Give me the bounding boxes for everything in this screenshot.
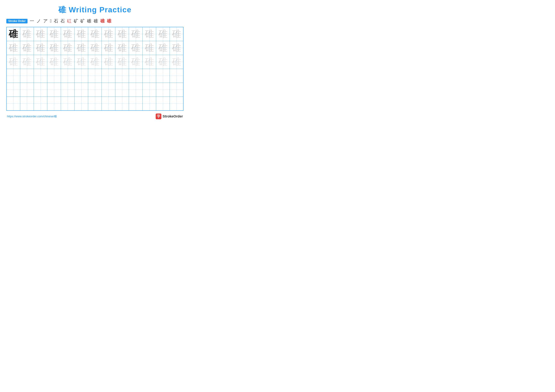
stroke-8: 矿 <box>74 18 78 24</box>
cell-6-10[interactable] <box>129 97 143 111</box>
cell-2-2: 碓 <box>20 41 34 55</box>
cell-4-2[interactable] <box>20 69 34 83</box>
cell-5-11[interactable] <box>143 83 156 97</box>
cell-5-3[interactable] <box>34 83 47 97</box>
footer-url[interactable]: https://www.strokeorder.com/chinese/碓 <box>7 114 57 118</box>
cell-1-10: 碓 <box>129 27 143 41</box>
cell-1-7: 碓 <box>88 27 102 41</box>
cell-2-9: 碓 <box>115 41 129 55</box>
cell-5-4[interactable] <box>47 83 61 97</box>
cell-6-4[interactable] <box>47 97 61 111</box>
stroke-10: 碓 <box>87 18 91 24</box>
cell-3-1: 碓 <box>7 55 20 69</box>
cell-5-6[interactable] <box>74 83 88 97</box>
cell-2-8: 碓 <box>102 41 115 55</box>
grid-row-1: 碓 碓 碓 碓 碓 碓 碓 碓 碓 碓 碓 碓 碓 <box>7 27 183 41</box>
grid-row-2: 碓 碓 碓 碓 碓 碓 碓 碓 碓 碓 碓 碓 碓 <box>7 41 183 55</box>
cell-5-5[interactable] <box>61 83 74 97</box>
cell-3-8: 碓 <box>102 55 115 69</box>
footer-brand: 字 StrokeOrder <box>156 114 183 119</box>
cell-3-2: 碓 <box>20 55 34 69</box>
cell-2-6: 碓 <box>74 41 88 55</box>
cell-3-9: 碓 <box>115 55 129 69</box>
cell-3-4: 碓 <box>47 55 61 69</box>
cell-3-13: 碓 <box>170 55 183 69</box>
cell-4-1[interactable] <box>7 69 20 83</box>
cell-3-12: 碓 <box>156 55 170 69</box>
cell-5-10[interactable] <box>129 83 143 97</box>
cell-5-9[interactable] <box>115 83 129 97</box>
cell-4-3[interactable] <box>34 69 47 83</box>
cell-2-12: 碓 <box>156 41 170 55</box>
cell-1-1: 碓 <box>7 27 20 41</box>
cell-6-2[interactable] <box>20 97 34 111</box>
page-title: 碓 Writing Practice <box>6 5 183 15</box>
cell-1-6: 碓 <box>74 27 88 41</box>
cell-4-11[interactable] <box>143 69 156 83</box>
cell-6-11[interactable] <box>143 97 156 111</box>
cell-1-9: 碓 <box>115 27 129 41</box>
stroke-2: ノ <box>37 18 41 24</box>
cell-4-12[interactable] <box>156 69 170 83</box>
cell-1-13: 碓 <box>170 27 183 41</box>
cell-6-6[interactable] <box>74 97 88 111</box>
stroke-3: ア <box>43 18 48 24</box>
cell-4-8[interactable] <box>102 69 115 83</box>
footer: https://www.strokeorder.com/chinese/碓 字 … <box>6 114 183 119</box>
cell-6-1[interactable] <box>7 97 20 111</box>
stroke-7: 矼 <box>67 18 72 24</box>
cell-1-2: 碓 <box>20 27 34 41</box>
stroke-5: 石 <box>54 18 58 24</box>
cell-5-8[interactable] <box>102 83 115 97</box>
cell-6-5[interactable] <box>61 97 74 111</box>
cell-1-4: 碓 <box>47 27 61 41</box>
brand-name: StrokeOrder <box>163 114 183 118</box>
stroke-12: 碓 <box>100 18 105 24</box>
cell-6-8[interactable] <box>102 97 115 111</box>
cell-4-7[interactable] <box>88 69 102 83</box>
cell-5-12[interactable] <box>156 83 170 97</box>
cell-5-1[interactable] <box>7 83 20 97</box>
cell-2-1: 碓 <box>7 41 20 55</box>
cell-4-13[interactable] <box>170 69 183 83</box>
cell-2-5: 碓 <box>61 41 74 55</box>
stroke-11: 碓 <box>94 18 98 24</box>
cell-1-8: 碓 <box>102 27 115 41</box>
cell-6-7[interactable] <box>88 97 102 111</box>
cell-5-13[interactable] <box>170 83 183 97</box>
cell-3-5: 碓 <box>61 55 74 69</box>
grid-row-3: 碓 碓 碓 碓 碓 碓 碓 碓 碓 碓 碓 碓 碓 <box>7 55 183 69</box>
cell-3-7: 碓 <box>88 55 102 69</box>
cell-1-11: 碓 <box>143 27 156 41</box>
cell-5-7[interactable] <box>88 83 102 97</box>
cell-2-4: 碓 <box>47 41 61 55</box>
stroke-order-row: Stroke Order 一 ノ ア 𠄌 石 石 矼 矿 矿 碓 碓 碓 碓 <box>6 18 183 24</box>
cell-3-10: 碓 <box>129 55 143 69</box>
cell-6-13[interactable] <box>170 97 183 111</box>
cell-3-6: 碓 <box>74 55 88 69</box>
stroke-sequence: 一 ノ ア 𠄌 石 石 矼 矿 矿 碓 碓 碓 碓 <box>30 18 111 24</box>
stroke-4: 𠄌 <box>50 19 51 24</box>
cell-2-11: 碓 <box>143 41 156 55</box>
cell-6-3[interactable] <box>34 97 47 111</box>
cell-6-12[interactable] <box>156 97 170 111</box>
cell-5-2[interactable] <box>20 83 34 97</box>
grid-row-5 <box>7 83 183 97</box>
grid-row-4 <box>7 69 183 83</box>
cell-4-4[interactable] <box>47 69 61 83</box>
cell-6-9[interactable] <box>115 97 129 111</box>
cell-4-5[interactable] <box>61 69 74 83</box>
cell-3-3: 碓 <box>34 55 47 69</box>
cell-2-3: 碓 <box>34 41 47 55</box>
cell-2-10: 碓 <box>129 41 143 55</box>
cell-4-10[interactable] <box>129 69 143 83</box>
cell-3-11: 碓 <box>143 55 156 69</box>
cell-4-6[interactable] <box>74 69 88 83</box>
cell-2-7: 碓 <box>88 41 102 55</box>
stroke-1: 一 <box>30 18 34 24</box>
cell-1-5: 碓 <box>61 27 74 41</box>
practice-grid: 碓 碓 碓 碓 碓 碓 碓 碓 碓 碓 碓 碓 碓 碓 碓 碓 碓 碓 碓 碓 … <box>6 27 183 111</box>
cell-1-12: 碓 <box>156 27 170 41</box>
cell-1-3: 碓 <box>34 27 47 41</box>
cell-4-9[interactable] <box>115 69 129 83</box>
